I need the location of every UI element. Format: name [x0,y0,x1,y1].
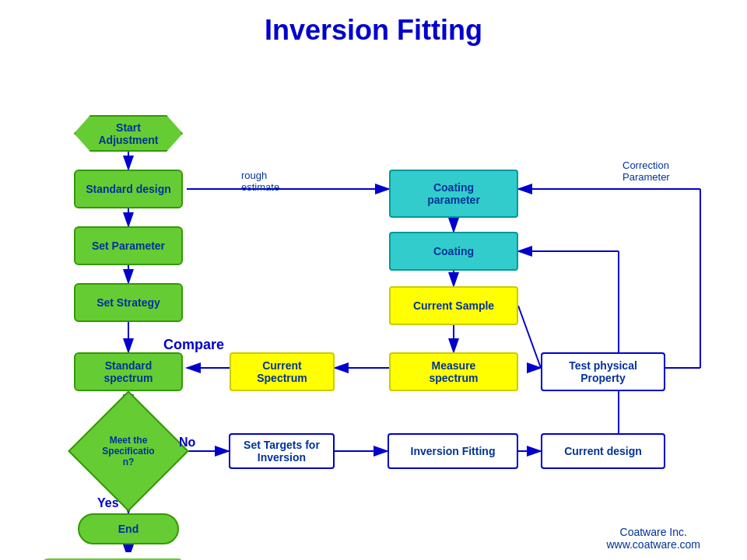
correction-parameter-annotation: Correction Parameter [622,159,670,183]
measure-spectrum-node: Measure spectrum [389,352,518,391]
standard-spectrum-node: Standard spectrum [74,352,183,391]
coating-node: Coating [389,232,518,271]
rough-estimate-annotation: rough estimate [241,170,279,193]
start-node: Start Adjustment [74,115,183,152]
set-parameter-node: Set Parameter [74,226,183,265]
test-physical-node: Test physical Property [541,352,665,391]
end-node: End [78,513,179,544]
meet-spec-node: Meet the Specificatio n? [82,408,175,494]
set-strategy-node: Set Strategy [74,283,183,322]
current-spectrum-node: Current Spectrum [230,352,335,391]
inversion-fitting-node: Inversion Fitting [388,433,518,469]
current-design-node: Current design [541,433,665,469]
footer: Coatware Inc. www.coatware.com [606,526,700,551]
standard-design-node: Standard design [74,170,183,208]
coating-parameter-node: Coating parameter [389,170,518,218]
page-title: Inversion Fitting [0,0,747,54]
compare-text: Compare [163,337,224,353]
set-targets-node: Set Targets for Inversion [229,433,335,469]
no-text: No [179,436,195,450]
yes-text: Yes [97,496,119,510]
svg-line-13 [518,306,541,368]
current-sample-node: Current Sample [389,286,518,325]
